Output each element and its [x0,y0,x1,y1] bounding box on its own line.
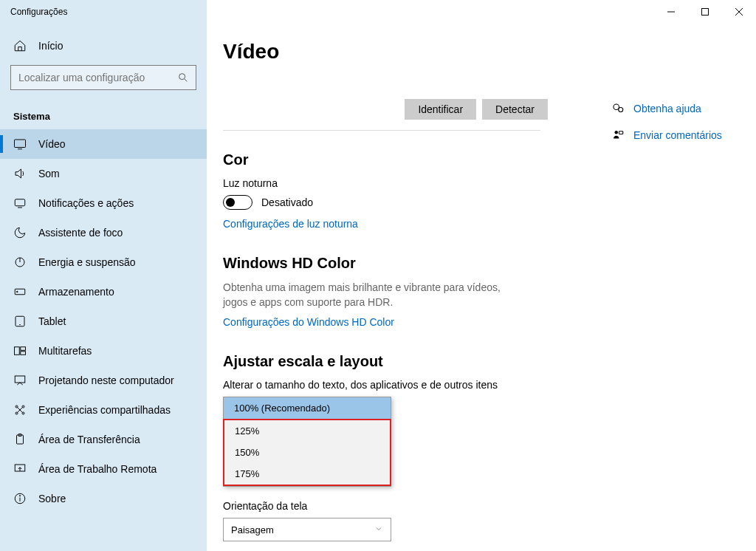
svg-point-31 [615,131,619,134]
sidebar-item-label: Projetando neste computador [38,374,174,386]
sidebar: Início Sistema Vídeo Som Notificações e … [0,24,207,551]
divider [223,130,540,131]
close-button[interactable] [722,0,756,24]
sound-icon [13,167,27,180]
feedback-label: Enviar comentários [633,129,722,141]
chevron-down-icon [374,524,383,535]
sidebar-item-multitasking[interactable]: Multitarefas [0,336,207,366]
scale-option-125[interactable]: 125% [224,420,390,442]
svg-point-12 [17,291,18,292]
sidebar-item-sound[interactable]: Som [0,159,207,188]
svg-line-5 [185,79,187,81]
sidebar-item-label: Multitarefas [38,345,92,357]
tablet-icon [13,315,27,328]
svg-point-30 [619,108,623,112]
night-light-label: Luz noturna [223,177,563,189]
sidebar-item-storage[interactable]: Armazenamento [0,277,207,307]
scale-option-100[interactable]: 100% (Recomendado) [224,397,391,419]
sidebar-item-label: Notificações e ações [38,197,134,209]
sidebar-item-projecting[interactable]: Projetando neste computador [0,366,207,395]
clipboard-icon [13,433,27,446]
get-help-link[interactable]: Obtenha ajuda [611,102,737,115]
maximize-button[interactable] [688,0,722,24]
night-light-settings-link[interactable]: Configurações de luz noturna [223,218,358,230]
sidebar-item-video[interactable]: Vídeo [0,129,207,159]
svg-point-28 [19,496,20,496]
search-field[interactable] [11,72,171,83]
sidebar-item-focus-assist[interactable]: Assistente de foco [0,218,207,247]
feedback-link[interactable]: Enviar comentários [611,129,737,142]
identify-button[interactable]: Identificar [405,99,476,120]
search-input[interactable] [10,65,196,90]
sidebar-item-clipboard[interactable]: Área de Transferência [0,425,207,454]
hdr-settings-link[interactable]: Configurações do Windows HD Color [223,316,394,328]
sidebar-item-label: Som [38,168,60,179]
sidebar-item-tablet[interactable]: Tablet [0,307,207,336]
sidebar-item-power[interactable]: Energia e suspensão [0,247,207,277]
sidebar-item-label: Armazenamento [38,286,114,298]
minimize-button[interactable] [654,0,688,24]
main-content: Vídeo Identificar Detectar Cor Luz notur… [207,24,756,551]
svg-rect-16 [21,347,26,351]
svg-rect-6 [15,140,26,148]
moon-icon [13,226,27,239]
storage-icon [13,285,27,298]
sidebar-item-remote-desktop[interactable]: Área de Trabalho Remota [0,454,207,484]
display-icon [13,137,27,151]
scale-dropdown[interactable]: 100% (Recomendado) 125% 150% 175% [223,397,391,487]
sidebar-item-label: Assistente de foco [38,227,123,239]
scale-option-150[interactable]: 150% [224,442,390,463]
sidebar-item-label: Área de Trabalho Remota [38,463,157,475]
notifications-icon [13,196,27,210]
help-icon [611,102,625,115]
shared-icon [13,403,27,417]
svg-rect-15 [15,347,20,355]
page-title: Vídeo [223,40,756,64]
scale-size-label: Alterar o tamanho do texto, dos aplicati… [223,379,563,391]
multitasking-icon [13,344,27,357]
sidebar-item-label: Área de Transferência [38,434,140,445]
sidebar-item-label: Energia e suspensão [38,256,136,268]
svg-rect-8 [15,199,25,206]
orientation-label: Orientação da tela [223,500,563,512]
sidebar-item-shared-experiences[interactable]: Experiências compartilhadas [0,395,207,425]
window-title: Configurações [0,7,67,17]
info-icon [13,492,27,505]
remote-icon [13,462,27,476]
sidebar-item-label: Vídeo [38,138,66,150]
hdr-heading: Windows HD Color [223,255,563,272]
sidebar-item-label: Experiências compartilhadas [38,404,171,416]
get-help-label: Obtenha ajuda [633,103,701,114]
svg-rect-32 [619,131,623,134]
orientation-select[interactable]: Paisagem [223,518,391,541]
search-icon [171,72,196,83]
hdr-description: Obtenha uma imagem mais brilhante e vibr… [223,281,504,309]
sidebar-item-label: Sobre [38,493,66,504]
svg-rect-18 [15,376,25,383]
night-light-state: Desativado [261,196,313,208]
sidebar-item-label: Tablet [38,315,66,327]
svg-rect-17 [21,352,26,355]
projecting-icon [13,374,27,387]
feedback-icon [611,129,625,142]
orientation-value: Paisagem [231,524,274,535]
power-icon [13,256,27,269]
color-heading: Cor [223,151,563,168]
sidebar-section-label: Sistema [0,97,207,129]
night-light-toggle[interactable] [223,195,252,210]
scale-heading: Ajustar escala e layout [223,353,563,370]
svg-rect-1 [702,9,709,16]
home-icon [13,39,27,52]
sidebar-item-about[interactable]: Sobre [0,484,207,513]
svg-point-4 [179,74,185,80]
home-button[interactable]: Início [0,31,207,61]
detect-button[interactable]: Detectar [482,99,548,120]
scale-option-175[interactable]: 175% [224,463,390,485]
home-label: Início [38,40,63,52]
sidebar-item-notifications[interactable]: Notificações e ações [0,188,207,218]
